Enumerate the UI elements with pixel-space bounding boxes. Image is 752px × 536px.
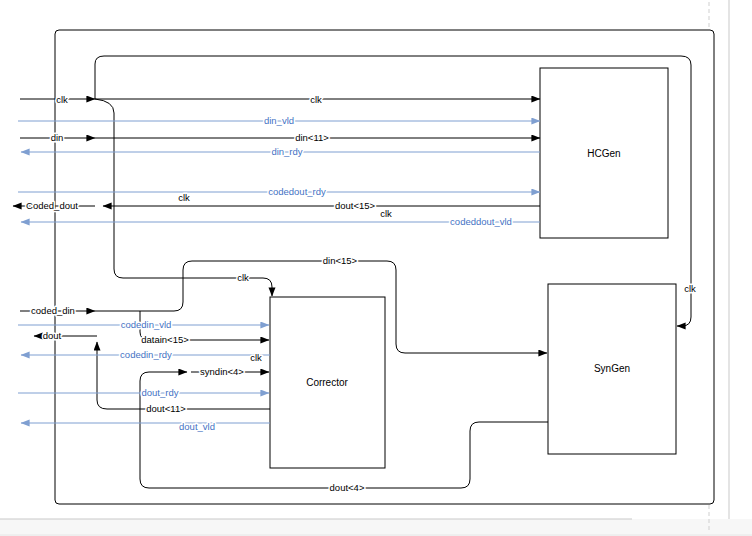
port-dout-label: dout [43,330,62,341]
label-din-vld: din_vld [264,115,294,126]
corrector-label: Corrector [306,377,348,388]
port-coded-dout-label: Coded_dout [26,200,78,211]
label-clk-float-3: clk [250,352,262,363]
label-codedin-vld: codedin_vld [121,319,172,330]
label-din11: din<11> [295,132,329,143]
label-clk-corrector: clk [237,272,249,283]
block-diagram-svg: HCGen Corrector SynGen clk din Coded_dou… [0,0,752,536]
label-din-rdy: din_rdy [271,146,302,157]
label-din15: din<15> [323,255,358,266]
port-din-label: din [51,132,64,143]
label-syndin4: syndin<4> [200,366,244,377]
syngen-label: SynGen [594,363,630,374]
label-datain15: datain<15> [141,334,189,345]
hcgen-label: HCGen [587,148,620,159]
diagram-canvas: HCGen Corrector SynGen clk din Coded_dou… [0,0,752,536]
label-codedin-rdy: codedin_rdy [120,349,172,360]
label-dout11: dout<11> [146,403,186,414]
label-codedout-rdy: codedout_rdy [268,186,326,197]
label-dout4: dout<4> [330,482,365,493]
label-dout-rdy: dout_rdy [142,387,179,398]
label-clk-hcgen: clk [310,94,322,105]
port-clk-label: clk [56,94,68,105]
label-dout15: dout<15> [335,200,376,211]
label-clk-float-2: clk [380,208,392,219]
page-bottom-margin [0,519,752,536]
label-dout-vld: dout_vld [179,421,215,432]
label-codeddout-vld: codeddout_vld [450,216,512,227]
label-clk-syngen: clk [684,283,696,294]
port-coded-din-label: coded_din [31,305,75,316]
label-clk-float-1: clk [178,192,190,203]
